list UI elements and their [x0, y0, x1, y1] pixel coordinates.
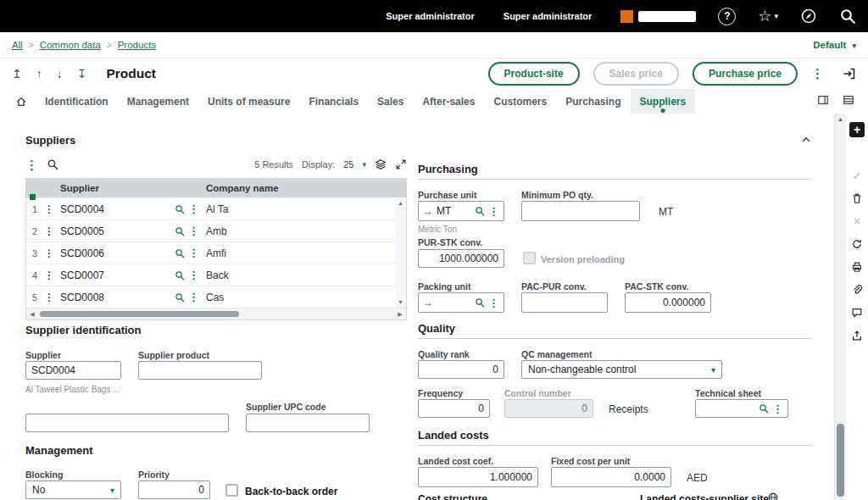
tab-purchasing[interactable]: Purchasing	[556, 89, 630, 114]
tab-management[interactable]: Management	[118, 89, 198, 114]
previous-record-icon[interactable]: ↑	[36, 67, 42, 81]
blocking-select[interactable]: No▾	[25, 481, 121, 499]
tab-sales[interactable]: Sales	[368, 89, 413, 114]
row-menu-icon[interactable]: ⋮	[44, 203, 54, 215]
share-icon[interactable]	[849, 328, 865, 343]
attachment-icon[interactable]	[849, 282, 865, 297]
row-menu-icon[interactable]: ⋮	[44, 247, 54, 259]
field-actions-icon[interactable]: ⋮	[488, 206, 499, 217]
expand-grid-icon[interactable]	[395, 158, 407, 170]
row-actions-icon[interactable]: ⋮	[188, 292, 199, 303]
field-actions-icon[interactable]: ⋮	[488, 297, 499, 308]
quality-rank-field[interactable]	[418, 360, 504, 379]
select-all-indicator[interactable]	[30, 194, 36, 200]
row-actions-icon[interactable]: ⋮	[188, 203, 199, 214]
scroll-up-icon[interactable]: ▲	[835, 114, 846, 125]
new-record-icon[interactable]: +	[849, 122, 865, 137]
next-record-icon[interactable]: ↓	[57, 67, 63, 81]
tab-units-of-measure[interactable]: Units of measure	[198, 89, 299, 114]
fixed-cost-per-unit-field[interactable]	[551, 467, 671, 487]
technical-sheet-field[interactable]: ⋮	[695, 399, 788, 418]
pac-stk-conv-field[interactable]	[625, 292, 711, 313]
grid-hscroll-thumb[interactable]	[40, 311, 239, 317]
display-caret-icon[interactable]: ▾	[362, 160, 366, 169]
row-lookup-icon[interactable]	[175, 270, 185, 281]
collapse-section-icon[interactable]	[800, 134, 812, 149]
row-actions-icon[interactable]: ⋮	[188, 225, 199, 236]
grid-scroll-right-icon[interactable]: ▶	[394, 311, 406, 318]
panel-layout-icon[interactable]	[817, 94, 829, 109]
tab-customers[interactable]: Customers	[484, 89, 556, 114]
scrollbar-thumb[interactable]	[837, 424, 844, 497]
refresh-icon[interactable]	[849, 236, 865, 252]
comment-icon[interactable]	[849, 305, 865, 320]
print-icon[interactable]	[849, 259, 865, 275]
breadcrumb-all[interactable]: All	[12, 40, 23, 50]
product-site-button[interactable]: Product-site	[488, 62, 580, 86]
row-lookup-icon[interactable]	[175, 204, 185, 214]
first-record-icon[interactable]: ↥	[12, 67, 22, 81]
topbar-menu-administrator-2[interactable]: Super administrator	[504, 11, 593, 21]
table-row[interactable]: 5⋮ SCD0008 ⋮ Cas	[26, 286, 395, 308]
layers-icon[interactable]	[375, 158, 387, 170]
jump-icon[interactable]: →	[423, 297, 433, 308]
column-header-supplier[interactable]: Supplier	[57, 183, 206, 193]
row-lookup-icon[interactable]	[175, 248, 185, 258]
priority-field[interactable]	[138, 481, 210, 499]
field-actions-icon[interactable]: ⋮	[772, 403, 783, 414]
help-icon[interactable]: ?	[718, 8, 736, 25]
exit-icon[interactable]	[843, 67, 856, 81]
grid-scroll-down-icon[interactable]: ▼	[398, 299, 403, 305]
tab-identification[interactable]: Identification	[36, 89, 118, 114]
breadcrumb-common-data[interactable]: Common data	[40, 40, 101, 50]
minimum-po-qty-field[interactable]	[521, 201, 640, 221]
column-header-company[interactable]: Company name	[206, 183, 395, 193]
navigation-compass-icon[interactable]	[800, 8, 817, 25]
topbar-menu-administrator-1[interactable]: Super administrator	[386, 11, 475, 21]
supplier-upc-field[interactable]	[246, 414, 370, 432]
landed-cost-coef-field[interactable]	[418, 467, 538, 487]
favorites-star-icon[interactable]: ☆	[758, 7, 771, 25]
tab-financials[interactable]: Financials	[299, 89, 368, 114]
favorites-caret-icon[interactable]: ▾	[774, 12, 778, 20]
view-selector[interactable]: Default ▾	[813, 40, 856, 50]
supplier-product-field[interactable]	[138, 361, 262, 380]
more-actions-icon[interactable]: ⋮	[811, 66, 824, 81]
home-tab-icon[interactable]	[7, 89, 36, 114]
grid-menu-icon[interactable]: ⋮	[25, 158, 38, 171]
purchase-price-button[interactable]: Purchase price	[693, 62, 798, 86]
purchase-unit-field[interactable]: → MT ⋮	[418, 201, 504, 221]
breadcrumb-products[interactable]: Products	[118, 40, 156, 50]
grid-scroll-up-icon[interactable]: ▲	[398, 200, 403, 206]
delete-icon[interactable]	[849, 191, 865, 206]
row-lookup-icon[interactable]	[175, 226, 185, 236]
supplier-field[interactable]	[25, 361, 121, 380]
table-row[interactable]: 4⋮ SCD0007 ⋮ Back	[26, 264, 395, 286]
pac-pur-conv-field[interactable]	[521, 292, 608, 313]
packing-unit-field[interactable]: → ⋮	[418, 292, 504, 313]
jump-icon[interactable]: →	[423, 205, 433, 217]
grid-scroll-left-icon[interactable]: ◀	[26, 311, 38, 318]
grid-horizontal-scrollbar[interactable]: ◀ ▶	[26, 308, 406, 319]
table-row[interactable]: 2⋮ SCD0005 ⋮ Amb	[26, 219, 395, 242]
display-page-size[interactable]: 25	[343, 159, 353, 169]
grid-search-icon[interactable]	[47, 158, 58, 170]
last-record-icon[interactable]: ↧	[77, 67, 87, 81]
row-menu-icon[interactable]: ⋮	[44, 225, 54, 237]
table-row[interactable]: 3⋮ SCD0006 ⋮ Amfi	[26, 242, 395, 264]
supplier-name-field[interactable]	[25, 414, 229, 432]
row-actions-icon[interactable]: ⋮	[188, 247, 199, 258]
row-layout-icon[interactable]	[843, 94, 854, 109]
lookup-icon[interactable]	[759, 403, 769, 414]
row-lookup-icon[interactable]	[175, 292, 185, 303]
row-actions-icon[interactable]: ⋮	[188, 269, 199, 281]
sales-price-button[interactable]: Sales price	[593, 62, 679, 86]
main-scrollbar[interactable]: ▲	[834, 114, 846, 500]
frequency-field[interactable]	[418, 399, 490, 418]
tab-suppliers[interactable]: Suppliers	[631, 89, 696, 114]
search-icon[interactable]	[839, 8, 856, 25]
row-menu-icon[interactable]: ⋮	[44, 269, 54, 281]
supplier-site-globe-icon[interactable]	[767, 492, 779, 500]
lookup-icon[interactable]	[475, 297, 485, 308]
landed-costs-supplier-site-label[interactable]: Landed costs-supplier site	[640, 493, 769, 500]
